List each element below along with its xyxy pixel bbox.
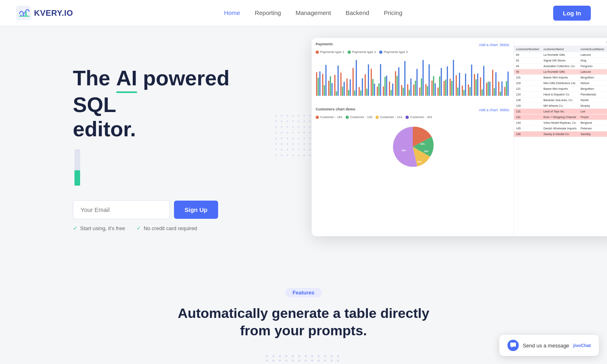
nav-home[interactable]: Home <box>224 9 240 16</box>
dot <box>331 355 333 357</box>
table-cell: Baane Mini Imports <box>541 86 579 92</box>
dot <box>309 138 311 139</box>
legend-label-cust1: Customer - 181 <box>320 115 342 119</box>
dot <box>309 126 311 128</box>
nav-pricing[interactable]: Pricing <box>384 9 402 16</box>
hero-check-card-text: No credit card required <box>144 225 197 231</box>
dot <box>304 115 305 116</box>
svg-rect-100 <box>501 81 503 96</box>
hero-check-free: ✓ Start using, it's free <box>73 225 125 231</box>
logo-icon <box>16 6 31 20</box>
table-cell: 129 <box>514 103 541 109</box>
hero-check-free-text: Start using, it's free <box>80 225 125 231</box>
dot <box>287 115 288 116</box>
svg-rect-11 <box>322 74 323 96</box>
dot <box>272 355 274 357</box>
dot <box>275 149 277 150</box>
logo-link[interactable]: KVERY.IO <box>16 6 73 20</box>
dot <box>309 121 311 122</box>
svg-rect-8 <box>316 72 317 96</box>
svg-rect-67 <box>435 83 436 96</box>
dot <box>285 355 287 357</box>
hero-title-line2: editor. <box>73 117 136 141</box>
svg-rect-49 <box>398 67 399 96</box>
svg-rect-87 <box>475 79 477 96</box>
dot <box>275 132 277 133</box>
svg-rect-43 <box>386 76 387 96</box>
table-row: 103Mini Gifts Distributors Ltd.NelsonSus… <box>514 80 607 86</box>
dot <box>298 138 299 139</box>
dot <box>292 126 294 128</box>
table-body: 89La Rochelle GiftsLabruneJanine40.32.25… <box>514 52 607 137</box>
svg-rect-14 <box>328 80 329 96</box>
payments-header: Payments Add a chart: 3660c <box>316 42 509 48</box>
svg-rect-71 <box>444 81 445 96</box>
svg-rect-97 <box>495 72 497 96</box>
signup-button[interactable]: Sign Up <box>174 201 218 219</box>
login-button[interactable]: Log In <box>553 6 591 21</box>
dot <box>298 126 299 128</box>
svg-rect-42 <box>384 77 386 96</box>
chat-brand: jivoChat <box>573 343 591 348</box>
table-cell: 94 <box>514 63 541 69</box>
svg-rect-50 <box>401 85 402 96</box>
dot <box>305 360 307 362</box>
payments-link: Add a chart: 3660c <box>479 43 509 47</box>
dot <box>331 360 333 362</box>
email-input[interactable] <box>73 200 170 219</box>
svg-text:49%: 49% <box>401 149 406 152</box>
svg-rect-82 <box>465 74 466 96</box>
svg-rect-39 <box>378 83 380 96</box>
svg-rect-22 <box>344 82 345 96</box>
svg-rect-61 <box>422 60 424 96</box>
dot <box>275 126 277 128</box>
svg-rect-70 <box>441 68 442 96</box>
table-cell: Nelson <box>579 80 606 86</box>
data-table: customerNumber customerName contactLastN… <box>514 46 607 137</box>
legend-label-cust2: Customer - 132 <box>350 115 372 119</box>
th-customer-number: customerNumber <box>514 46 541 52</box>
svg-rect-85 <box>471 65 472 96</box>
table-cell: King <box>579 58 606 63</box>
svg-rect-45 <box>391 90 392 96</box>
table-row: 121Baane Mini ImportsBergulfsenJonas <box>514 86 607 92</box>
nav-backend[interactable]: Backend <box>346 9 369 16</box>
dot <box>292 138 294 139</box>
dot <box>298 360 300 362</box>
table-cell: Bergulfsen <box>579 86 606 92</box>
svg-rect-17 <box>334 75 335 96</box>
svg-rect-9 <box>318 78 319 96</box>
svg-rect-68 <box>437 87 439 96</box>
table-cell: 121 <box>514 86 541 92</box>
nav-reporting[interactable]: Reporting <box>255 9 281 16</box>
legend-dot-cust2 <box>346 116 349 119</box>
svg-rect-65 <box>431 80 433 96</box>
dot <box>275 138 277 139</box>
legend-dot-cust4 <box>405 116 409 119</box>
dot <box>298 132 299 133</box>
table-cell: Lee <box>579 109 606 114</box>
svg-rect-32 <box>365 74 366 96</box>
customers-title: Customers chart demo <box>316 107 355 111</box>
table-cell: 146 <box>514 131 541 137</box>
bar-chart-svg <box>316 55 510 104</box>
svg-rect-27 <box>354 90 355 96</box>
nav-management[interactable]: Management <box>295 9 331 16</box>
dot <box>324 355 326 357</box>
dot <box>304 149 305 150</box>
svg-text:15%: 15% <box>424 150 428 152</box>
chat-widget[interactable]: Send us a message jivoChat <box>499 335 599 356</box>
dot <box>287 143 288 145</box>
dot <box>292 149 294 150</box>
dot <box>304 138 305 139</box>
svg-rect-48 <box>397 76 398 96</box>
dot <box>304 121 305 122</box>
svg-rect-96 <box>494 88 495 96</box>
svg-rect-47 <box>395 71 396 96</box>
dot <box>281 121 282 122</box>
dot <box>309 115 311 116</box>
legend-cust3: Customer - 141 <box>376 115 402 119</box>
th-last-name: contactLastName <box>579 46 606 52</box>
dot <box>305 355 307 357</box>
svg-rect-12 <box>324 85 325 96</box>
